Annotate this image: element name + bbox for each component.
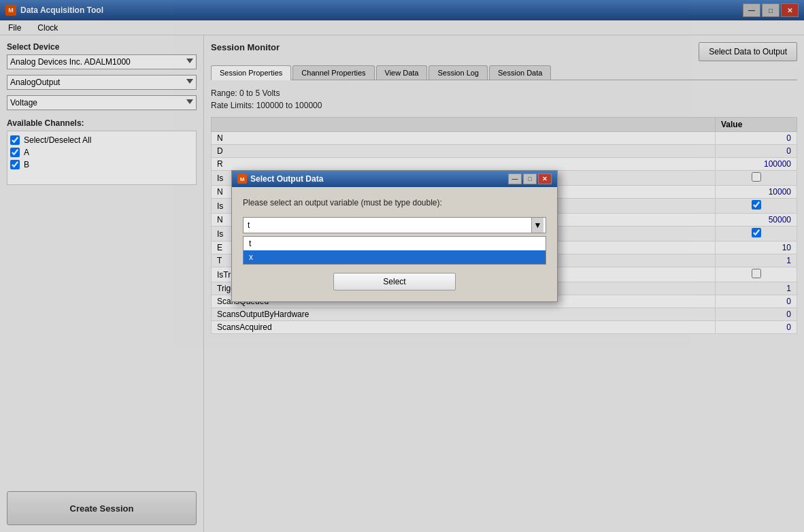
prop-checkbox-is2[interactable] [752, 200, 761, 210]
modal-select-button[interactable]: Select [333, 273, 456, 290]
session-monitor-title: Session Monitor [211, 42, 699, 56]
prop-checkbox-is1[interactable] [752, 172, 761, 182]
prop-value-checkbox [716, 267, 797, 282]
channel-b-checkbox[interactable] [10, 160, 20, 169]
table-row: ScansAcquired 0 [212, 321, 797, 334]
prop-value: 10000 [716, 186, 797, 199]
modal-variable-input[interactable] [243, 217, 546, 233]
session-range-info: Range: 0 to 5 Volts Rate Limits: 100000 … [211, 86, 797, 113]
prop-value: 1 [716, 282, 797, 295]
channel-a: A [10, 146, 193, 159]
app-icon: M [5, 5, 16, 16]
modal-titlebar-controls: — □ ✕ [508, 173, 552, 184]
modal-app-icon: M [237, 174, 247, 184]
select-output-data-dialog: M Select Output Data — □ ✕ Please select… [231, 170, 558, 302]
prop-value: 50000 [716, 214, 797, 227]
tab-view-data[interactable]: View Data [376, 65, 428, 80]
prop-value-checkbox [716, 171, 797, 186]
dropdown-item-t[interactable]: t [244, 237, 546, 250]
prop-name: D [212, 145, 716, 158]
title-bar: M Data Acquisition Tool — □ ✕ [0, 0, 804, 20]
rate-limits-text: Rate Limits: 100000 to 100000 [211, 101, 797, 110]
prop-value: 10 [716, 242, 797, 254]
close-button[interactable]: ✕ [781, 3, 799, 17]
prop-name: R [212, 158, 716, 171]
tab-session-properties[interactable]: Session Properties [211, 65, 291, 80]
modal-title: Select Output Data [250, 174, 323, 184]
modal-body: Please select an output variable (must b… [232, 187, 557, 301]
device-dropdown[interactable]: Analog Devices Inc. ADALM1000 [7, 54, 197, 69]
tab-session-data[interactable]: Session Data [489, 65, 551, 80]
table-row: D 0 [212, 145, 797, 158]
col-name-header [212, 118, 716, 132]
table-row: ScansOutputByHardware 0 [212, 308, 797, 321]
prop-value-checkbox [716, 227, 797, 242]
channel-select-all-checkbox[interactable] [10, 135, 20, 145]
select-data-output-button[interactable]: Select Data to Output [699, 42, 797, 61]
prop-value-checkbox [716, 199, 797, 214]
create-session-button[interactable]: Create Session [7, 491, 197, 525]
prop-name: N [212, 132, 716, 145]
channel-a-checkbox[interactable] [10, 148, 20, 157]
range-text: Range: 0 to 5 Volts [211, 88, 797, 98]
prop-value: 0 [716, 295, 797, 308]
prop-value: 0 [716, 145, 797, 158]
modal-minimize-button[interactable]: — [508, 173, 522, 184]
prop-value: 1 [716, 254, 797, 267]
channel-a-label: A [24, 148, 29, 157]
measurement-dropdown[interactable]: Voltage [7, 95, 197, 110]
modal-dropdown-wrapper: ▼ [243, 217, 546, 233]
modal-maximize-button[interactable]: □ [523, 173, 537, 184]
channels-list: Select/Deselect All A B [7, 131, 197, 185]
prop-name: ScansAcquired [212, 321, 716, 334]
window-controls: — □ ✕ [743, 3, 799, 17]
menu-clock[interactable]: Clock [35, 22, 61, 34]
channel-select-all: Select/Deselect All [10, 134, 193, 146]
tab-session-log[interactable]: Session Log [429, 65, 488, 80]
maximize-button[interactable]: □ [762, 3, 780, 17]
modal-dropdown-list: t x [243, 236, 546, 265]
menu-file[interactable]: File [5, 22, 24, 34]
modal-close-button[interactable]: ✕ [538, 173, 552, 184]
minimize-button[interactable]: — [743, 3, 760, 17]
channel-b-label: B [24, 160, 29, 169]
select-device-label: Select Device [7, 42, 197, 52]
channel-b: B [10, 159, 193, 171]
subsystem-dropdown[interactable]: AnalogOutput [7, 75, 197, 90]
modal-titlebar: M Select Output Data — □ ✕ [232, 171, 557, 187]
modal-footer: Select [243, 273, 546, 290]
top-right-area: Session Monitor Select Data to Output [211, 42, 797, 61]
menu-bar: File Clock [0, 20, 804, 35]
table-row: N 0 [212, 132, 797, 145]
prop-value: 100000 [716, 158, 797, 171]
prop-checkbox-is3[interactable] [752, 228, 761, 237]
dropdown-item-x[interactable]: x [244, 250, 546, 264]
prop-name: ScansOutputByHardware [212, 308, 716, 321]
prop-value: 0 [716, 321, 797, 334]
prop-value: 0 [716, 132, 797, 145]
col-value-header: Value [716, 118, 797, 132]
table-row: R 100000 [212, 158, 797, 171]
window-title: Data Acquisition Tool [20, 5, 103, 15]
available-channels-label: Available Channels: [7, 118, 197, 128]
tabs-bar: Session Properties Channel Properties Vi… [211, 65, 797, 80]
modal-instruction: Please select an output variable (must b… [243, 198, 546, 207]
available-channels-section: Available Channels: Select/Deselect All … [7, 118, 197, 185]
channel-select-all-label: Select/Deselect All [24, 135, 91, 145]
prop-checkbox-trigger[interactable] [752, 269, 761, 278]
left-panel: Select Device Analog Devices Inc. ADALM1… [0, 35, 204, 532]
prop-value: 0 [716, 308, 797, 321]
tab-channel-properties[interactable]: Channel Properties [292, 65, 374, 80]
